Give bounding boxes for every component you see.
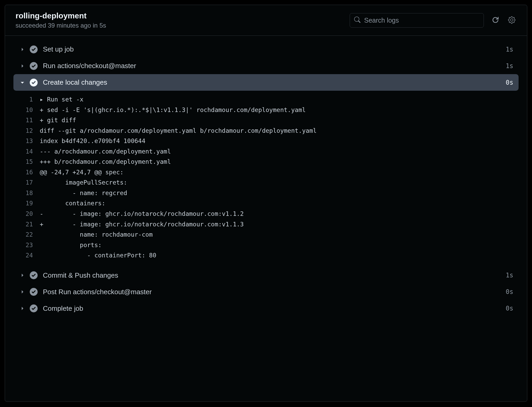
line-number: 20 bbox=[13, 209, 40, 219]
check-circle-icon bbox=[30, 288, 38, 296]
line-content: + git diff bbox=[40, 115, 519, 126]
line-number: 22 bbox=[13, 230, 40, 240]
line-content: ▸ Run set -x bbox=[40, 94, 519, 105]
step-name: Run actions/checkout@master bbox=[43, 62, 506, 70]
chevron-right-icon bbox=[19, 47, 26, 52]
step-duration: 0s bbox=[506, 288, 513, 296]
line-number: 23 bbox=[13, 240, 40, 251]
line-number: 15 bbox=[13, 157, 40, 167]
check-circle-icon bbox=[30, 304, 38, 312]
log-line: 12diff --git a/rochdamour.com/deployment… bbox=[13, 126, 519, 136]
line-content: ports: bbox=[40, 240, 519, 251]
line-content: - - image: ghcr.io/notarock/rochdamour.c… bbox=[40, 209, 519, 219]
log-line: 20- - image: ghcr.io/notarock/rochdamour… bbox=[13, 209, 519, 219]
line-number: 1 bbox=[13, 94, 40, 105]
workflow-run-panel: rolling-deployment succeeded 39 minutes … bbox=[5, 5, 527, 402]
step-row[interactable]: Set up job1s bbox=[13, 41, 519, 58]
check-circle-icon bbox=[30, 271, 38, 279]
log-line: 21+ - image: ghcr.io/notarock/rochdamour… bbox=[13, 219, 519, 230]
log-line: 13index b4df420..e709bf4 100644 bbox=[13, 136, 519, 146]
step-duration: 0s bbox=[506, 305, 513, 312]
header-left: rolling-deployment succeeded 39 minutes … bbox=[16, 11, 350, 29]
search-input[interactable] bbox=[364, 17, 479, 24]
header-right bbox=[350, 13, 516, 28]
step-duration: 1s bbox=[506, 272, 513, 279]
line-content: diff --git a/rochdamour.com/deployment.y… bbox=[40, 126, 519, 136]
chevron-right-icon bbox=[19, 289, 26, 294]
search-icon bbox=[354, 17, 364, 24]
step-name: Set up job bbox=[43, 45, 506, 53]
line-content: + sed -i -E 's|(ghcr.io.*):.*$|\1:v1.1.3… bbox=[40, 105, 519, 115]
line-number: 10 bbox=[13, 105, 40, 115]
step-duration: 1s bbox=[506, 62, 513, 70]
log-line: 22 name: rochdamour-com bbox=[13, 230, 519, 240]
step-name: Create local changes bbox=[43, 78, 506, 87]
line-number: 24 bbox=[13, 250, 40, 261]
line-number: 18 bbox=[13, 188, 40, 199]
line-content: index b4df420..e709bf4 100644 bbox=[40, 136, 519, 146]
log-line: 19 containers: bbox=[13, 198, 519, 209]
log-line: 18 - name: regcred bbox=[13, 188, 519, 199]
line-content: name: rochdamour-com bbox=[40, 230, 519, 240]
line-number: 11 bbox=[13, 115, 40, 126]
log-line: 11+ git diff bbox=[13, 115, 519, 126]
header: rolling-deployment succeeded 39 minutes … bbox=[5, 5, 527, 36]
line-number: 19 bbox=[13, 198, 40, 209]
step-name: Complete job bbox=[43, 304, 506, 313]
step-row[interactable]: Create local changes0s bbox=[13, 74, 519, 91]
log-line: 15+++ b/rochdamour.com/deployment.yaml bbox=[13, 157, 519, 167]
chevron-right-icon bbox=[19, 306, 26, 311]
check-circle-icon bbox=[30, 62, 38, 70]
check-circle-icon bbox=[30, 79, 38, 87]
line-content: containers: bbox=[40, 198, 519, 209]
refresh-icon bbox=[492, 16, 499, 24]
step-row[interactable]: Complete job0s bbox=[13, 300, 519, 317]
log-line: 23 ports: bbox=[13, 240, 519, 251]
line-content: imagePullSecrets: bbox=[40, 177, 519, 188]
step-row[interactable]: Commit & Push changes1s bbox=[13, 267, 519, 284]
step-duration: 0s bbox=[506, 79, 513, 86]
log-line: 17 imagePullSecrets: bbox=[13, 177, 519, 188]
log-line: 1▸ Run set -x bbox=[13, 94, 519, 105]
line-number: 17 bbox=[13, 177, 40, 188]
step-list: Set up job1sRun actions/checkout@master1… bbox=[5, 36, 527, 322]
line-content: - name: regcred bbox=[40, 188, 519, 199]
settings-button[interactable] bbox=[507, 15, 516, 26]
check-circle-icon bbox=[30, 45, 38, 53]
log-output: 1▸ Run set -x10+ sed -i -E 's|(ghcr.io.*… bbox=[13, 91, 519, 267]
line-number: 14 bbox=[13, 146, 40, 157]
workflow-title: rolling-deployment bbox=[16, 11, 350, 20]
line-content: --- a/rochdamour.com/deployment.yaml bbox=[40, 146, 519, 157]
log-line: 14--- a/rochdamour.com/deployment.yaml bbox=[13, 146, 519, 157]
line-number: 12 bbox=[13, 126, 40, 136]
log-line: 10+ sed -i -E 's|(ghcr.io.*):.*$|\1:v1.1… bbox=[13, 105, 519, 115]
line-number: 16 bbox=[13, 167, 40, 178]
step-name: Post Run actions/checkout@master bbox=[43, 288, 506, 296]
line-number: 21 bbox=[13, 219, 40, 230]
chevron-right-icon bbox=[19, 273, 26, 278]
chevron-down-icon bbox=[19, 80, 26, 85]
chevron-right-icon bbox=[19, 63, 26, 69]
log-search[interactable] bbox=[350, 13, 484, 28]
refresh-button[interactable] bbox=[491, 15, 500, 26]
log-line: 24 - containerPort: 80 bbox=[13, 250, 519, 261]
step-row[interactable]: Post Run actions/checkout@master0s bbox=[13, 284, 519, 300]
line-content: - containerPort: 80 bbox=[40, 250, 519, 261]
line-number: 13 bbox=[13, 136, 40, 146]
step-duration: 1s bbox=[506, 46, 513, 53]
gear-icon bbox=[508, 16, 515, 24]
line-content: @@ -24,7 +24,7 @@ spec: bbox=[40, 167, 519, 178]
step-row[interactable]: Run actions/checkout@master1s bbox=[13, 58, 519, 74]
step-name: Commit & Push changes bbox=[43, 271, 506, 279]
line-content: + - image: ghcr.io/notarock/rochdamour.c… bbox=[40, 219, 519, 230]
log-line: 16@@ -24,7 +24,7 @@ spec: bbox=[13, 167, 519, 178]
workflow-subtitle: succeeded 39 minutes ago in 5s bbox=[16, 22, 350, 29]
line-content: +++ b/rochdamour.com/deployment.yaml bbox=[40, 157, 519, 167]
